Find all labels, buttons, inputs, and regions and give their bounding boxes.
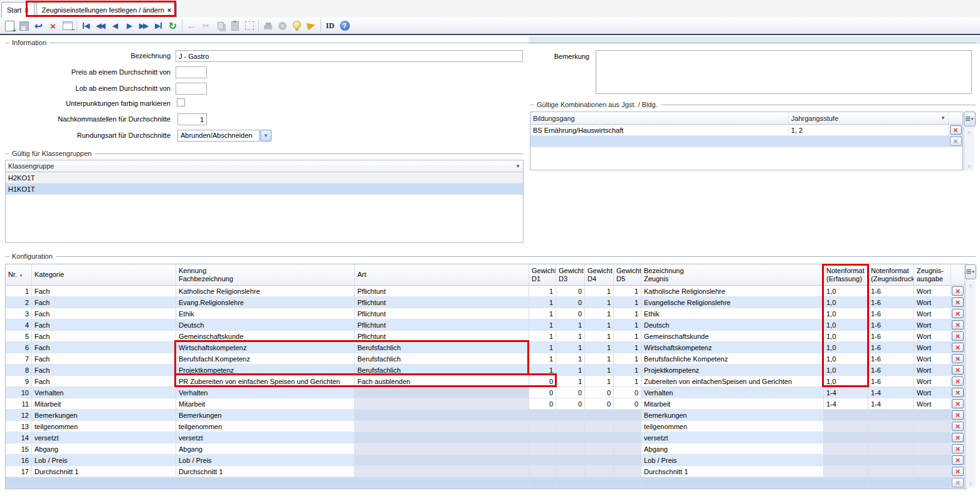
cfg-cell-d4: 1 bbox=[585, 319, 614, 331]
delete-row-button[interactable]: × bbox=[952, 376, 964, 386]
delete-row-button[interactable]: × bbox=[952, 433, 964, 442]
cfg-cell-d3: 0 bbox=[556, 308, 585, 319]
delete-row-button[interactable]: × bbox=[952, 444, 964, 454]
column-header-d4[interactable]: Gewicht D4 bbox=[585, 264, 614, 286]
scroll-down-icon[interactable]: ∨ bbox=[966, 479, 976, 488]
nav-first-icon[interactable]: ◀ bbox=[79, 19, 93, 33]
list-item[interactable]: H1KO1T bbox=[6, 184, 523, 195]
column-header-nf_druck[interactable]: Notenformat (Zeugnisdruck) bbox=[868, 264, 914, 286]
table-row[interactable]: 1FachKatholische ReligionslehrePflichtun… bbox=[6, 286, 966, 297]
table-row[interactable]: × bbox=[530, 136, 962, 147]
delete-row-button[interactable]: × bbox=[952, 354, 964, 363]
chevron-down-icon[interactable]: ▼ bbox=[260, 130, 271, 142]
cfg-cell-nf_druck bbox=[868, 421, 914, 432]
cfg-cell-actions: × bbox=[951, 387, 965, 398]
table-row[interactable]: 4FachDeutschPflichtunt1111Deutsch1,01-6W… bbox=[6, 319, 966, 331]
chevron-down-icon[interactable]: ▼ bbox=[515, 163, 520, 169]
column-header-ausgabe[interactable]: Zeugnis- ausgabe bbox=[914, 264, 951, 286]
lob-input[interactable] bbox=[176, 83, 207, 95]
bezeichnung-input[interactable] bbox=[176, 50, 523, 62]
delete-row-button[interactable]: × bbox=[952, 286, 964, 296]
cfg-cell-kennung: Lob / Preis bbox=[176, 455, 355, 466]
append-row-button[interactable]: ⊞▼ bbox=[965, 264, 976, 279]
table-row[interactable]: 7FachBerufsfachl.KompetenzBerufsfachlich… bbox=[6, 353, 966, 365]
table-row[interactable]: 6FachWirtschaftskompetenzBerufsfachlich1… bbox=[6, 342, 966, 353]
column-header-nr[interactable]: Nr.▲ bbox=[6, 264, 32, 286]
delete-row-button[interactable]: × bbox=[952, 309, 964, 318]
tab-start[interactable]: Start × bbox=[1, 2, 34, 18]
rundungsart-combobox[interactable]: Abrunden/Abschneiden ▼ bbox=[177, 130, 271, 142]
table-row[interactable]: × bbox=[6, 477, 966, 489]
column-header-kategorie[interactable]: Kategorie bbox=[32, 264, 176, 286]
nav-fast-prev-icon[interactable]: ◀◀ bbox=[93, 19, 108, 33]
kombinationen-scrollbar[interactable]: ∧ ∨ bbox=[964, 127, 974, 170]
delete-row-button[interactable]: × bbox=[952, 422, 964, 431]
column-header-d1[interactable]: Gewicht D1 bbox=[529, 264, 556, 286]
scroll-down-icon[interactable]: ∨ bbox=[964, 161, 974, 170]
help-icon[interactable]: ? bbox=[337, 19, 352, 33]
column-header-d5[interactable]: Gewicht D5 bbox=[614, 264, 641, 286]
delete-row-button[interactable]: × bbox=[950, 125, 962, 135]
table-row[interactable]: 13teilgenommenteilgenommenteilgenommen× bbox=[6, 421, 966, 432]
table-row[interactable]: 12BemerkungenBemerkungenBemerkungen× bbox=[6, 410, 966, 421]
table-row[interactable]: 15AbgangAbgangAbgang× bbox=[6, 444, 966, 455]
delete-row-button[interactable]: × bbox=[952, 298, 964, 307]
table-row[interactable]: BS Ernährung/Hauswirtschaft1, 2× bbox=[530, 125, 962, 136]
cfg-cell-d1: 1 bbox=[529, 365, 556, 376]
column-header-d3[interactable]: Gewicht D3 bbox=[556, 264, 585, 286]
preis-input[interactable] bbox=[176, 66, 207, 78]
chevron-down-icon[interactable]: ▼ bbox=[940, 115, 946, 121]
table-row[interactable]: 2FachEvang.ReligionslehrePflichtunt1011E… bbox=[6, 297, 966, 308]
close-icon[interactable]: × bbox=[24, 7, 28, 13]
table-row[interactable]: 8FachProjektkompetenzBerufsfachlich1111P… bbox=[6, 365, 966, 376]
nav-next-icon[interactable]: ▶ bbox=[122, 19, 137, 33]
delete-row-button[interactable]: × bbox=[952, 399, 964, 408]
table-row[interactable]: 5FachGemeinschaftskundePflichtunt1111Gem… bbox=[6, 331, 966, 342]
column-header-kennung[interactable]: Kennung Fachbezeichnung bbox=[176, 264, 355, 286]
cfg-cell-d1 bbox=[529, 466, 556, 477]
delete-row-button[interactable]: × bbox=[952, 365, 964, 375]
column-header-bezeichnung[interactable]: Bezeichnung Zeugnis bbox=[641, 264, 824, 286]
table-row[interactable]: 11MitarbeitMitarbeit0000Mitarbeit1-41-4W… bbox=[6, 398, 966, 410]
id-button[interactable]: ID bbox=[323, 19, 337, 33]
table-row[interactable]: 14versetztversetztversetzt× bbox=[6, 432, 966, 444]
delete-icon[interactable]: × bbox=[46, 19, 60, 33]
scroll-up-icon[interactable]: ∧ bbox=[966, 281, 976, 290]
close-icon[interactable]: × bbox=[167, 7, 171, 13]
table-row[interactable]: 10VerhaltenVerhalten0000Verhalten1-41-4W… bbox=[6, 387, 966, 398]
table-row[interactable]: 17Durchschnitt 1Durchschnitt 1Durchschni… bbox=[6, 466, 966, 477]
nav-prev-icon[interactable]: ◀ bbox=[108, 19, 122, 33]
column-header-art[interactable]: Art bbox=[355, 264, 529, 286]
column-header-bildungsgang[interactable]: Bildungsgang bbox=[530, 112, 789, 124]
tab-zeugniseinstellungen[interactable]: Zeugniseinstellungen festlegen / ändern … bbox=[36, 2, 177, 18]
column-header-jahrgangsstufe[interactable]: Jahrgangsstufe▼ bbox=[789, 112, 949, 124]
nav-fast-next-icon[interactable]: ▶▶ bbox=[137, 19, 151, 33]
bemerkung-textarea[interactable] bbox=[596, 50, 972, 94]
delete-row-button[interactable]: × bbox=[952, 388, 964, 397]
column-header-nf_erfassung[interactable]: Notenformat (Erfassung) bbox=[824, 264, 868, 286]
delete-row-button[interactable]: × bbox=[952, 331, 964, 341]
delete-row-button[interactable]: × bbox=[952, 320, 964, 329]
konfiguration-scrollbar[interactable]: ∧ ∨ bbox=[965, 281, 976, 488]
horn-icon[interactable] bbox=[304, 19, 319, 33]
cfg-cell-art bbox=[355, 421, 529, 432]
unterpunktungen-checkbox[interactable] bbox=[177, 98, 185, 106]
klassengruppen-header[interactable]: Klassengruppe ▼ bbox=[6, 160, 523, 172]
scroll-up-icon[interactable]: ∧ bbox=[964, 127, 974, 137]
table-row[interactable]: 16Lob / PreisLob / PreisLob / Preis× bbox=[6, 455, 966, 466]
lightbulb-icon[interactable] bbox=[290, 19, 304, 33]
delete-row-button[interactable]: × bbox=[952, 343, 964, 352]
table-row[interactable]: 9FachPR Zubereiten von einfachen Speisen… bbox=[6, 376, 966, 387]
table-row[interactable]: 3FachEthikPflichtunt1011Ethik1,01-6Wort× bbox=[6, 308, 966, 319]
list-item[interactable]: H2KO1T bbox=[6, 172, 523, 184]
delete-row-button[interactable]: × bbox=[952, 455, 964, 465]
nav-last-icon[interactable]: ▶ bbox=[151, 19, 166, 33]
refresh-icon[interactable]: ↻ bbox=[166, 19, 180, 33]
delete-row-button[interactable]: × bbox=[952, 467, 964, 476]
undo-icon[interactable]: ↩ bbox=[31, 19, 46, 33]
new-record-icon[interactable] bbox=[3, 19, 17, 33]
delete-row-button[interactable]: × bbox=[952, 410, 964, 420]
append-row-button[interactable]: ⊞▼ bbox=[964, 112, 976, 127]
form-remove-icon[interactable] bbox=[60, 19, 75, 33]
nachkommastellen-input[interactable] bbox=[177, 113, 207, 125]
